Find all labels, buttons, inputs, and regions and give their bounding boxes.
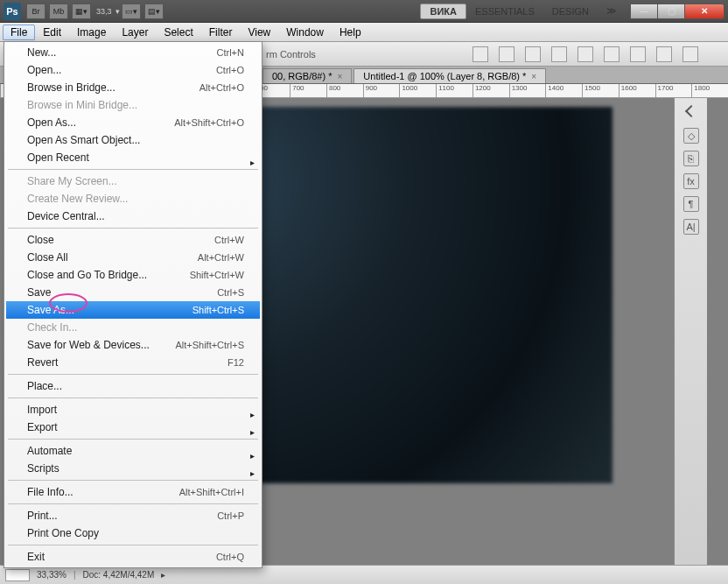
panel-rail: ◇ ⎘ fx ¶ A| [674,98,707,565]
bridge-button[interactable]: Br [26,4,46,19]
status-doc-size[interactable]: Doc: 4,42M/4,42M [83,570,155,580]
workspace-more-button[interactable]: ≫ [598,4,626,18]
history-panel-icon[interactable]: ⎘ [683,151,699,166]
distribute-v-icon[interactable] [578,46,593,62]
menu-save[interactable]: SaveCtrl+S [6,284,260,301]
menu-help[interactable]: Help [332,25,369,40]
menu-close[interactable]: CloseCtrl+W [6,231,260,249]
menu-exit[interactable]: ExitCtrl+Q [6,548,260,566]
menu-open-as[interactable]: Open As...Alt+Shift+Ctrl+O [6,114,260,131]
menu-open[interactable]: Open...Ctrl+O [6,61,260,79]
align-bottom-icon[interactable] [656,46,672,62]
auto-align-icon[interactable] [682,46,698,62]
extras-button[interactable]: ▤▾ [144,4,164,19]
align-top-icon[interactable] [604,46,620,62]
menu-close-all[interactable]: Close AllAlt+Ctrl+W [6,249,260,266]
menu-view[interactable]: View [240,25,278,40]
navigator-panel-icon[interactable]: ◇ [683,128,699,144]
status-swatch [5,569,30,581]
expand-panels-icon[interactable] [684,105,696,117]
workspace-tab-active[interactable]: ВИКА [420,4,466,19]
menu-close-bridge[interactable]: Close and Go To Bridge...Shift+Ctrl+W [6,266,260,284]
zoom-level-header[interactable]: 33,3 [96,7,112,16]
paragraph-panel-icon[interactable]: ¶ [683,196,699,212]
menu-save-web[interactable]: Save for Web & Devices...Alt+Shift+Ctrl+… [6,336,260,354]
menu-browse-mini-bridge: Browse in Mini Bridge... [6,96,260,114]
status-zoom[interactable]: 33,33% [37,570,66,580]
menu-browse-bridge[interactable]: Browse in Bridge...Alt+Ctrl+O [6,79,260,96]
menu-select[interactable]: Select [156,25,200,40]
menu-print-one[interactable]: Print One Copy [6,524,260,542]
view-arrange-button[interactable]: ▦▾ [72,4,91,19]
menu-check-in: Check In... [6,319,260,336]
align-left-icon[interactable] [472,46,488,62]
menu-image[interactable]: Image [69,25,114,40]
screen-mode-button[interactable]: ▭▾ [122,4,141,19]
menu-create-review: Create New Review... [6,190,260,208]
minimize-button[interactable]: — [630,4,658,19]
menu-import[interactable]: Import [6,401,260,419]
menu-revert[interactable]: RevertF12 [6,354,260,371]
document-tab-1[interactable]: 00, RGB/8#) *× [262,68,352,83]
menu-window[interactable]: Window [278,25,332,40]
align-middle-icon[interactable] [630,46,646,62]
menu-save-as[interactable]: Save As...Shift+Ctrl+S [6,301,260,319]
menu-new[interactable]: New...Ctrl+N [6,44,260,61]
workspace-tab-design[interactable]: DESIGN [543,4,598,18]
menu-print[interactable]: Print...Ctrl+P [6,507,260,524]
workspace-tab-essentials[interactable]: ESSENTIALS [466,4,543,18]
menu-automate[interactable]: Automate [6,442,260,460]
close-tab-icon[interactable]: × [531,72,536,81]
align-center-icon[interactable] [499,46,514,62]
effects-panel-icon[interactable]: fx [683,173,699,189]
maximize-button[interactable]: ▢ [657,4,685,19]
menu-file-info[interactable]: File Info...Alt+Shift+Ctrl+I [6,483,260,501]
menu-edit[interactable]: Edit [35,25,69,40]
document-tab-2[interactable]: Untitled-1 @ 100% (Layer 8, RGB/8) *× [354,68,546,83]
menu-place[interactable]: Place... [6,377,260,395]
window-controls: — ▢ ✕ [631,4,724,19]
file-menu-dropdown: New...Ctrl+N Open...Ctrl+O Browse in Bri… [4,41,262,568]
options-label: rm Controls [266,49,316,60]
menu-scripts[interactable]: Scripts [6,460,260,477]
close-button[interactable]: ✕ [684,4,724,19]
menu-layer[interactable]: Layer [114,25,156,40]
menu-share-screen: Share My Screen... [6,172,260,190]
menu-open-recent[interactable]: Open Recent [6,149,260,166]
app-header: Ps Br Mb ▦▾ 33,3▾ ▭▾ ▤▾ ВИКА ESSENTIALS … [0,0,728,23]
character-panel-icon[interactable]: A| [683,219,699,235]
menu-open-smart[interactable]: Open As Smart Object... [6,131,260,149]
menu-file[interactable]: File [3,25,35,40]
app-logo: Ps [4,3,21,20]
menu-bar: File Edit Image Layer Select Filter View… [0,23,728,42]
minibridge-button[interactable]: Mb [49,4,68,19]
align-right-icon[interactable] [525,46,541,62]
menu-device-central[interactable]: Device Central... [6,208,260,225]
menu-export[interactable]: Export [6,419,260,436]
menu-filter[interactable]: Filter [201,25,241,40]
close-tab-icon[interactable]: × [337,72,342,81]
distribute-h-icon[interactable] [551,46,567,62]
